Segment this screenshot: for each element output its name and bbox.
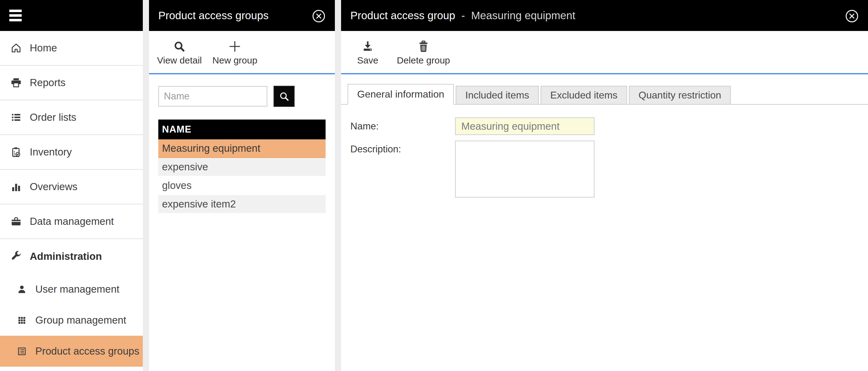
list-panel-toolbar: View detail New group xyxy=(149,31,335,74)
detail-title-name: Measuring equipment xyxy=(471,9,576,21)
hamburger-bar xyxy=(9,19,22,21)
name-field-label: Name: xyxy=(350,121,455,132)
save-button[interactable]: Save xyxy=(349,35,386,69)
sidebar-item-home[interactable]: Home xyxy=(0,31,143,66)
grid-icon xyxy=(15,315,29,326)
sidebar-item-label: Administration xyxy=(30,250,102,262)
new-group-label: New group xyxy=(213,55,257,66)
group-name-input[interactable] xyxy=(455,117,594,135)
sidebar-item-reports[interactable]: Reports xyxy=(0,66,143,100)
user-icon xyxy=(15,284,29,295)
list-icon xyxy=(9,112,23,123)
new-group-button[interactable]: New group xyxy=(213,35,257,69)
table-row-expensive-item2[interactable]: expensive item2 xyxy=(158,195,326,214)
list-panel-title: Product access groups xyxy=(158,9,269,22)
sidebar-item-label: Group management xyxy=(35,314,126,326)
close-icon xyxy=(845,9,859,23)
delete-group-label: Delete group xyxy=(397,55,450,66)
sidebar-item-label: Inventory xyxy=(30,146,72,158)
group-description-textarea[interactable] xyxy=(455,141,594,197)
sidebar-item-inventory[interactable]: Inventory xyxy=(0,135,143,170)
save-label: Save xyxy=(357,55,378,66)
hamburger-bar xyxy=(9,9,22,12)
printer-icon xyxy=(9,77,23,89)
detail-title-separator: - xyxy=(461,9,465,21)
save-download-icon xyxy=(361,38,374,53)
sidebar-nav: Home Reports xyxy=(0,31,143,367)
sidebar-item-order-lists[interactable]: Order lists xyxy=(0,100,143,135)
sidebar-item-group-management[interactable]: Group management xyxy=(0,305,143,336)
sidebar-item-product-access-groups[interactable]: Product access groups xyxy=(0,336,143,367)
tab-included-items[interactable]: Included items xyxy=(456,86,539,105)
table-header-name: NAME xyxy=(158,120,326,140)
sidebar-item-label: Overviews xyxy=(30,181,78,193)
tab-general-information[interactable]: General information xyxy=(348,84,454,105)
close-detail-panel-button[interactable] xyxy=(845,9,859,23)
detail-title-prefix: Product access group xyxy=(350,9,455,21)
plus-icon xyxy=(228,38,242,53)
sidebar-item-administration[interactable]: Administration xyxy=(0,239,143,274)
detail-panel-title: Product access group - Measuring equipme… xyxy=(350,9,575,22)
close-list-panel-button[interactable] xyxy=(312,9,326,23)
home-icon xyxy=(9,42,23,54)
close-icon xyxy=(312,9,326,23)
sidebar-item-label: User management xyxy=(35,283,119,295)
sidebar-item-user-management[interactable]: User management xyxy=(0,274,143,305)
view-detail-button[interactable]: View detail xyxy=(157,35,202,69)
sidebar-item-data-management[interactable]: Data management xyxy=(0,205,143,239)
sidebar-header xyxy=(0,0,143,31)
wrench-icon xyxy=(9,250,23,262)
trash-icon xyxy=(417,38,430,53)
sidebar-item-label: Home xyxy=(30,42,57,54)
hamburger-menu-button[interactable] xyxy=(9,9,22,21)
hamburger-bar xyxy=(9,14,22,17)
briefcase-icon xyxy=(9,216,23,227)
sidebar-item-label: Reports xyxy=(30,77,66,89)
detail-panel-header: Product access group - Measuring equipme… xyxy=(341,0,868,31)
name-search-input[interactable] xyxy=(158,86,267,106)
search-icon xyxy=(278,90,290,102)
tab-excluded-items[interactable]: Excluded items xyxy=(540,86,627,105)
table-row-gloves[interactable]: gloves xyxy=(158,177,326,195)
sidebar-item-label: Product access groups xyxy=(35,345,140,357)
tabs-bar: General information Included items Exclu… xyxy=(341,84,868,105)
groups-table: NAME Measuring equipment expensive glove… xyxy=(158,120,326,214)
general-information-form: Name: Description: xyxy=(350,117,868,197)
table-row-measuring-equipment[interactable]: Measuring equipment xyxy=(158,140,326,158)
sidebar-item-label: Order lists xyxy=(30,112,76,123)
product-access-groups-panel: Product access groups View detail xyxy=(149,0,335,371)
delete-group-button[interactable]: Delete group xyxy=(397,35,450,69)
clipboard-check-icon xyxy=(9,146,23,158)
list-panel-header: Product access groups xyxy=(149,0,335,31)
sidebar: Home Reports xyxy=(0,0,143,371)
tab-quantity-restriction[interactable]: Quantity restriction xyxy=(629,86,731,105)
search-button[interactable] xyxy=(274,86,294,107)
app-root: Home Reports xyxy=(0,0,868,371)
search-row xyxy=(158,86,335,107)
sidebar-item-label: Data management xyxy=(30,216,114,227)
table-row-expensive[interactable]: expensive xyxy=(158,158,326,177)
bar-chart-icon xyxy=(9,181,23,193)
product-access-group-detail-panel: Product access group - Measuring equipme… xyxy=(341,0,868,371)
sidebar-item-overviews[interactable]: Overviews xyxy=(0,170,143,205)
table-list-icon xyxy=(15,346,29,357)
view-detail-label: View detail xyxy=(157,55,202,66)
magnifier-icon xyxy=(173,38,186,53)
detail-panel-toolbar: Save Delete group xyxy=(341,31,868,74)
description-field-label: Description: xyxy=(350,141,455,155)
